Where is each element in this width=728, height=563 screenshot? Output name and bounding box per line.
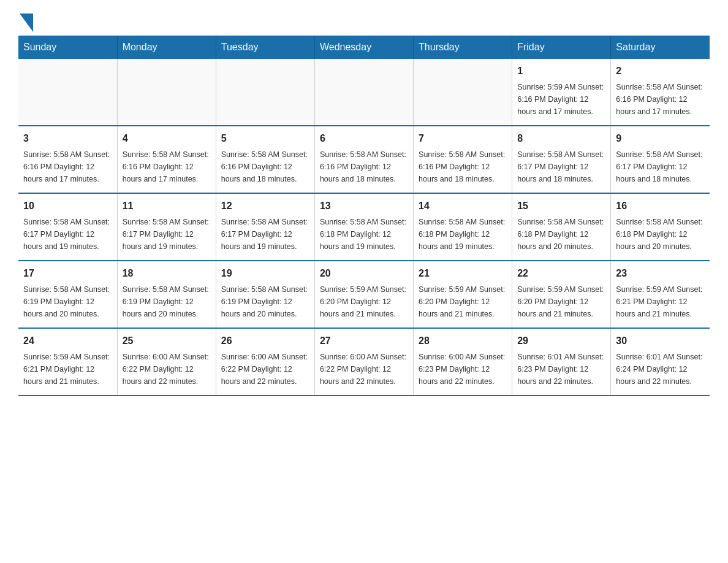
day-info: Sunrise: 5:58 AM Sunset: 6:17 PM Dayligh… bbox=[23, 216, 112, 253]
calendar-cell: 23Sunrise: 5:59 AM Sunset: 6:21 PM Dayli… bbox=[611, 261, 710, 328]
calendar-cell: 14Sunrise: 5:58 AM Sunset: 6:18 PM Dayli… bbox=[414, 193, 512, 261]
weekday-header-friday: Friday bbox=[512, 36, 611, 59]
day-info: Sunrise: 5:58 AM Sunset: 6:16 PM Dayligh… bbox=[616, 81, 705, 118]
calendar-cell: 1Sunrise: 5:59 AM Sunset: 6:16 PM Daylig… bbox=[512, 59, 611, 126]
day-info: Sunrise: 5:58 AM Sunset: 6:17 PM Dayligh… bbox=[616, 148, 705, 185]
calendar-week-row: 1Sunrise: 5:59 AM Sunset: 6:16 PM Daylig… bbox=[18, 59, 710, 126]
calendar-cell: 9Sunrise: 5:58 AM Sunset: 6:17 PM Daylig… bbox=[611, 126, 710, 193]
calendar-cell: 30Sunrise: 6:01 AM Sunset: 6:24 PM Dayli… bbox=[611, 328, 710, 396]
day-info: Sunrise: 5:58 AM Sunset: 6:18 PM Dayligh… bbox=[517, 216, 605, 253]
day-number: 29 bbox=[517, 334, 605, 348]
weekday-header-monday: Monday bbox=[117, 36, 216, 59]
day-info: Sunrise: 5:58 AM Sunset: 6:19 PM Dayligh… bbox=[123, 283, 211, 320]
day-number: 25 bbox=[123, 334, 211, 348]
day-number: 21 bbox=[419, 266, 507, 281]
calendar-cell: 12Sunrise: 5:58 AM Sunset: 6:17 PM Dayli… bbox=[216, 193, 314, 261]
logo bbox=[18, 12, 33, 29]
day-number: 8 bbox=[517, 131, 605, 146]
calendar-cell: 24Sunrise: 5:59 AM Sunset: 6:21 PM Dayli… bbox=[18, 328, 117, 396]
day-number: 28 bbox=[419, 334, 507, 348]
calendar-cell: 19Sunrise: 5:58 AM Sunset: 6:19 PM Dayli… bbox=[216, 261, 314, 328]
day-info: Sunrise: 5:59 AM Sunset: 6:16 PM Dayligh… bbox=[517, 81, 605, 118]
calendar-cell: 8Sunrise: 5:58 AM Sunset: 6:17 PM Daylig… bbox=[512, 126, 611, 193]
calendar-cell: 11Sunrise: 5:58 AM Sunset: 6:17 PM Dayli… bbox=[117, 193, 216, 261]
day-number: 18 bbox=[123, 266, 211, 281]
day-number: 17 bbox=[23, 266, 112, 281]
calendar-cell bbox=[117, 59, 216, 126]
day-number: 14 bbox=[419, 199, 507, 213]
calendar-week-row: 10Sunrise: 5:58 AM Sunset: 6:17 PM Dayli… bbox=[18, 193, 710, 261]
calendar-cell bbox=[314, 59, 413, 126]
day-number: 4 bbox=[123, 131, 211, 146]
day-info: Sunrise: 5:58 AM Sunset: 6:16 PM Dayligh… bbox=[123, 148, 211, 185]
day-info: Sunrise: 5:59 AM Sunset: 6:20 PM Dayligh… bbox=[517, 283, 605, 320]
day-number: 12 bbox=[221, 199, 309, 213]
calendar-cell: 16Sunrise: 5:58 AM Sunset: 6:18 PM Dayli… bbox=[611, 193, 710, 261]
calendar-week-row: 24Sunrise: 5:59 AM Sunset: 6:21 PM Dayli… bbox=[18, 328, 710, 396]
calendar-cell: 28Sunrise: 6:00 AM Sunset: 6:23 PM Dayli… bbox=[414, 328, 512, 396]
calendar-cell: 13Sunrise: 5:58 AM Sunset: 6:18 PM Dayli… bbox=[314, 193, 413, 261]
weekday-header-sunday: Sunday bbox=[18, 36, 117, 59]
day-info: Sunrise: 5:58 AM Sunset: 6:17 PM Dayligh… bbox=[221, 216, 309, 253]
day-info: Sunrise: 5:58 AM Sunset: 6:16 PM Dayligh… bbox=[320, 148, 408, 185]
day-number: 11 bbox=[123, 199, 211, 213]
logo-flag-icon bbox=[20, 13, 33, 32]
day-number: 30 bbox=[616, 334, 705, 348]
day-number: 1 bbox=[517, 64, 605, 79]
day-info: Sunrise: 5:59 AM Sunset: 6:21 PM Dayligh… bbox=[23, 351, 112, 388]
calendar-table: SundayMondayTuesdayWednesdayThursdayFrid… bbox=[18, 36, 710, 396]
day-info: Sunrise: 5:58 AM Sunset: 6:16 PM Dayligh… bbox=[221, 148, 309, 185]
day-info: Sunrise: 6:00 AM Sunset: 6:23 PM Dayligh… bbox=[419, 351, 507, 388]
weekday-header-saturday: Saturday bbox=[611, 36, 710, 59]
day-number: 20 bbox=[320, 266, 408, 281]
calendar-cell bbox=[18, 59, 117, 126]
page-header bbox=[18, 12, 710, 29]
calendar-cell: 21Sunrise: 5:59 AM Sunset: 6:20 PM Dayli… bbox=[414, 261, 512, 328]
day-number: 22 bbox=[517, 266, 605, 281]
day-info: Sunrise: 5:59 AM Sunset: 6:20 PM Dayligh… bbox=[320, 283, 408, 320]
weekday-header-tuesday: Tuesday bbox=[216, 36, 314, 59]
day-info: Sunrise: 5:58 AM Sunset: 6:19 PM Dayligh… bbox=[221, 283, 309, 320]
calendar-header-row: SundayMondayTuesdayWednesdayThursdayFrid… bbox=[18, 36, 710, 59]
weekday-header-wednesday: Wednesday bbox=[314, 36, 413, 59]
calendar-cell bbox=[414, 59, 512, 126]
day-number: 5 bbox=[221, 131, 309, 146]
day-number: 15 bbox=[517, 199, 605, 213]
calendar-cell: 5Sunrise: 5:58 AM Sunset: 6:16 PM Daylig… bbox=[216, 126, 314, 193]
calendar-cell: 29Sunrise: 6:01 AM Sunset: 6:23 PM Dayli… bbox=[512, 328, 611, 396]
day-number: 24 bbox=[23, 334, 112, 348]
calendar-cell: 27Sunrise: 6:00 AM Sunset: 6:22 PM Dayli… bbox=[314, 328, 413, 396]
calendar-cell: 6Sunrise: 5:58 AM Sunset: 6:16 PM Daylig… bbox=[314, 126, 413, 193]
day-number: 13 bbox=[320, 199, 408, 213]
calendar-cell: 25Sunrise: 6:00 AM Sunset: 6:22 PM Dayli… bbox=[117, 328, 216, 396]
day-number: 19 bbox=[221, 266, 309, 281]
day-number: 9 bbox=[616, 131, 705, 146]
calendar-cell bbox=[216, 59, 314, 126]
svg-marker-0 bbox=[20, 13, 33, 32]
day-info: Sunrise: 5:58 AM Sunset: 6:16 PM Dayligh… bbox=[23, 148, 112, 185]
calendar-cell: 22Sunrise: 5:59 AM Sunset: 6:20 PM Dayli… bbox=[512, 261, 611, 328]
weekday-header-thursday: Thursday bbox=[414, 36, 512, 59]
day-info: Sunrise: 6:01 AM Sunset: 6:24 PM Dayligh… bbox=[616, 351, 705, 388]
calendar-cell: 20Sunrise: 5:59 AM Sunset: 6:20 PM Dayli… bbox=[314, 261, 413, 328]
calendar-cell: 17Sunrise: 5:58 AM Sunset: 6:19 PM Dayli… bbox=[18, 261, 117, 328]
calendar-week-row: 17Sunrise: 5:58 AM Sunset: 6:19 PM Dayli… bbox=[18, 261, 710, 328]
day-number: 2 bbox=[616, 64, 705, 79]
calendar-cell: 3Sunrise: 5:58 AM Sunset: 6:16 PM Daylig… bbox=[18, 126, 117, 193]
day-number: 27 bbox=[320, 334, 408, 348]
day-number: 10 bbox=[23, 199, 112, 213]
day-info: Sunrise: 5:58 AM Sunset: 6:17 PM Dayligh… bbox=[123, 216, 211, 253]
day-info: Sunrise: 5:58 AM Sunset: 6:18 PM Dayligh… bbox=[320, 216, 408, 253]
day-number: 7 bbox=[419, 131, 507, 146]
day-info: Sunrise: 6:00 AM Sunset: 6:22 PM Dayligh… bbox=[320, 351, 408, 388]
day-info: Sunrise: 5:58 AM Sunset: 6:19 PM Dayligh… bbox=[23, 283, 112, 320]
calendar-cell: 10Sunrise: 5:58 AM Sunset: 6:17 PM Dayli… bbox=[18, 193, 117, 261]
day-info: Sunrise: 5:58 AM Sunset: 6:17 PM Dayligh… bbox=[517, 148, 605, 185]
day-info: Sunrise: 5:59 AM Sunset: 6:20 PM Dayligh… bbox=[419, 283, 507, 320]
calendar-cell: 15Sunrise: 5:58 AM Sunset: 6:18 PM Dayli… bbox=[512, 193, 611, 261]
day-number: 26 bbox=[221, 334, 309, 348]
calendar-cell: 7Sunrise: 5:58 AM Sunset: 6:16 PM Daylig… bbox=[414, 126, 512, 193]
day-info: Sunrise: 5:59 AM Sunset: 6:21 PM Dayligh… bbox=[616, 283, 705, 320]
calendar-cell: 18Sunrise: 5:58 AM Sunset: 6:19 PM Dayli… bbox=[117, 261, 216, 328]
calendar-cell: 4Sunrise: 5:58 AM Sunset: 6:16 PM Daylig… bbox=[117, 126, 216, 193]
